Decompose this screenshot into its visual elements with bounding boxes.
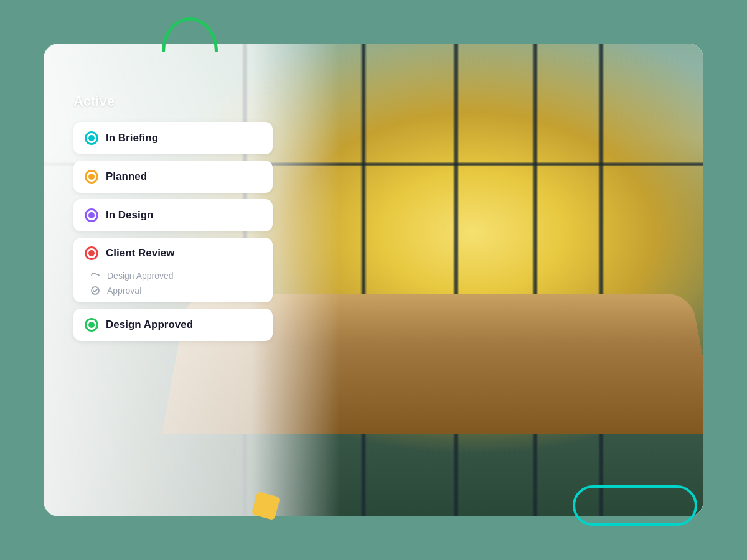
dot-design-approved xyxy=(85,318,98,332)
label-client-review: Client Review xyxy=(106,247,175,259)
label-design-approved: Design Approved xyxy=(106,319,193,331)
sub-label-approval: Approval xyxy=(107,286,141,296)
status-item-design-approved[interactable]: Design Approved xyxy=(73,309,273,341)
main-card: Active In Briefing Planned In Design xyxy=(44,44,703,516)
sub-label-design-approved: Design Approved xyxy=(107,271,174,281)
client-review-main: Client Review xyxy=(85,246,261,260)
green-arc-decoration xyxy=(162,17,218,52)
client-review-sub-items: Design Approved Approval xyxy=(85,270,261,296)
check-circle-icon xyxy=(90,285,101,296)
status-item-planned[interactable]: Planned xyxy=(73,161,273,193)
status-item-in-design[interactable]: In Design xyxy=(73,199,273,231)
sub-item-approval: Approval xyxy=(90,285,261,296)
teal-pill-decoration xyxy=(573,485,697,526)
path-icon xyxy=(90,270,101,281)
label-in-design: In Design xyxy=(106,209,154,222)
dot-planned xyxy=(85,170,98,184)
dot-client-review xyxy=(85,246,98,260)
sub-item-design-approved: Design Approved xyxy=(90,270,261,281)
dot-in-design xyxy=(85,208,98,222)
label-in-briefing: In Briefing xyxy=(106,132,158,144)
dot-in-briefing xyxy=(85,131,98,145)
status-list: In Briefing Planned In Design Client Rev… xyxy=(73,122,273,341)
label-planned: Planned xyxy=(106,170,147,183)
active-label: Active xyxy=(73,93,273,110)
status-item-in-briefing[interactable]: In Briefing xyxy=(73,122,273,154)
status-panel: Active In Briefing Planned In Design xyxy=(73,93,273,341)
status-item-client-review[interactable]: Client Review Design Approved xyxy=(73,238,273,302)
